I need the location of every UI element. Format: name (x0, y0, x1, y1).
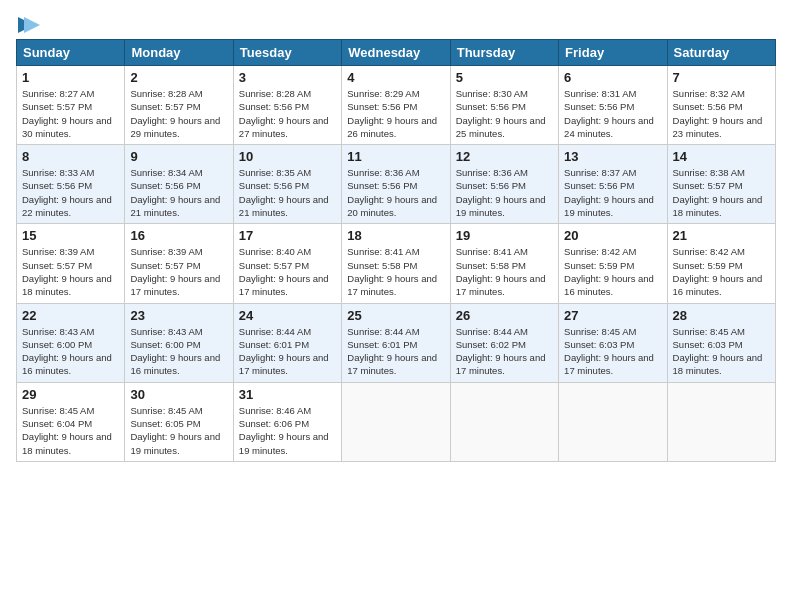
day-detail: Sunrise: 8:44 AMSunset: 6:01 PMDaylight:… (347, 326, 437, 377)
logo (16, 16, 40, 33)
calendar-cell: 2Sunrise: 8:28 AMSunset: 5:57 PMDaylight… (125, 66, 233, 145)
calendar-week-row: 22Sunrise: 8:43 AMSunset: 6:00 PMDayligh… (17, 303, 776, 382)
day-number: 16 (130, 228, 227, 243)
day-detail: Sunrise: 8:45 AMSunset: 6:03 PMDaylight:… (673, 326, 763, 377)
day-detail: Sunrise: 8:37 AMSunset: 5:56 PMDaylight:… (564, 167, 654, 218)
calendar-cell: 21Sunrise: 8:42 AMSunset: 5:59 PMDayligh… (667, 224, 775, 303)
calendar-cell: 5Sunrise: 8:30 AMSunset: 5:56 PMDaylight… (450, 66, 558, 145)
calendar-table: SundayMondayTuesdayWednesdayThursdayFrid… (16, 39, 776, 462)
calendar-cell: 3Sunrise: 8:28 AMSunset: 5:56 PMDaylight… (233, 66, 341, 145)
day-number: 11 (347, 149, 444, 164)
day-number: 13 (564, 149, 661, 164)
day-number: 18 (347, 228, 444, 243)
day-number: 20 (564, 228, 661, 243)
day-number: 5 (456, 70, 553, 85)
calendar-cell: 28Sunrise: 8:45 AMSunset: 6:03 PMDayligh… (667, 303, 775, 382)
calendar-cell: 10Sunrise: 8:35 AMSunset: 5:56 PMDayligh… (233, 145, 341, 224)
day-detail: Sunrise: 8:45 AMSunset: 6:05 PMDaylight:… (130, 405, 220, 456)
day-number: 9 (130, 149, 227, 164)
weekday-header-thursday: Thursday (450, 40, 558, 66)
day-number: 28 (673, 308, 770, 323)
day-detail: Sunrise: 8:40 AMSunset: 5:57 PMDaylight:… (239, 246, 329, 297)
day-detail: Sunrise: 8:28 AMSunset: 5:57 PMDaylight:… (130, 88, 220, 139)
weekday-header-monday: Monday (125, 40, 233, 66)
calendar-week-row: 1Sunrise: 8:27 AMSunset: 5:57 PMDaylight… (17, 66, 776, 145)
day-detail: Sunrise: 8:41 AMSunset: 5:58 PMDaylight:… (456, 246, 546, 297)
day-number: 10 (239, 149, 336, 164)
day-detail: Sunrise: 8:42 AMSunset: 5:59 PMDaylight:… (564, 246, 654, 297)
calendar-cell: 19Sunrise: 8:41 AMSunset: 5:58 PMDayligh… (450, 224, 558, 303)
logo-icon (18, 17, 40, 33)
day-number: 23 (130, 308, 227, 323)
day-detail: Sunrise: 8:42 AMSunset: 5:59 PMDaylight:… (673, 246, 763, 297)
day-detail: Sunrise: 8:44 AMSunset: 6:02 PMDaylight:… (456, 326, 546, 377)
day-detail: Sunrise: 8:45 AMSunset: 6:03 PMDaylight:… (564, 326, 654, 377)
day-number: 27 (564, 308, 661, 323)
calendar-cell: 1Sunrise: 8:27 AMSunset: 5:57 PMDaylight… (17, 66, 125, 145)
calendar-cell: 8Sunrise: 8:33 AMSunset: 5:56 PMDaylight… (17, 145, 125, 224)
day-detail: Sunrise: 8:34 AMSunset: 5:56 PMDaylight:… (130, 167, 220, 218)
day-number: 14 (673, 149, 770, 164)
day-detail: Sunrise: 8:43 AMSunset: 6:00 PMDaylight:… (130, 326, 220, 377)
calendar-cell: 29Sunrise: 8:45 AMSunset: 6:04 PMDayligh… (17, 382, 125, 461)
day-number: 15 (22, 228, 119, 243)
day-number: 31 (239, 387, 336, 402)
calendar-cell (667, 382, 775, 461)
page-container: SundayMondayTuesdayWednesdayThursdayFrid… (16, 16, 776, 462)
calendar-cell: 12Sunrise: 8:36 AMSunset: 5:56 PMDayligh… (450, 145, 558, 224)
calendar-cell: 27Sunrise: 8:45 AMSunset: 6:03 PMDayligh… (559, 303, 667, 382)
calendar-cell: 24Sunrise: 8:44 AMSunset: 6:01 PMDayligh… (233, 303, 341, 382)
weekday-header-sunday: Sunday (17, 40, 125, 66)
weekday-header-row: SundayMondayTuesdayWednesdayThursdayFrid… (17, 40, 776, 66)
calendar-cell: 7Sunrise: 8:32 AMSunset: 5:56 PMDaylight… (667, 66, 775, 145)
day-number: 7 (673, 70, 770, 85)
day-number: 25 (347, 308, 444, 323)
calendar-cell: 25Sunrise: 8:44 AMSunset: 6:01 PMDayligh… (342, 303, 450, 382)
day-detail: Sunrise: 8:36 AMSunset: 5:56 PMDaylight:… (456, 167, 546, 218)
day-number: 2 (130, 70, 227, 85)
calendar-week-row: 29Sunrise: 8:45 AMSunset: 6:04 PMDayligh… (17, 382, 776, 461)
day-detail: Sunrise: 8:32 AMSunset: 5:56 PMDaylight:… (673, 88, 763, 139)
calendar-cell: 22Sunrise: 8:43 AMSunset: 6:00 PMDayligh… (17, 303, 125, 382)
day-detail: Sunrise: 8:39 AMSunset: 5:57 PMDaylight:… (130, 246, 220, 297)
day-number: 24 (239, 308, 336, 323)
day-detail: Sunrise: 8:46 AMSunset: 6:06 PMDaylight:… (239, 405, 329, 456)
day-number: 22 (22, 308, 119, 323)
day-number: 30 (130, 387, 227, 402)
calendar-cell: 15Sunrise: 8:39 AMSunset: 5:57 PMDayligh… (17, 224, 125, 303)
calendar-cell (450, 382, 558, 461)
day-number: 1 (22, 70, 119, 85)
day-number: 6 (564, 70, 661, 85)
day-number: 12 (456, 149, 553, 164)
day-detail: Sunrise: 8:41 AMSunset: 5:58 PMDaylight:… (347, 246, 437, 297)
day-detail: Sunrise: 8:45 AMSunset: 6:04 PMDaylight:… (22, 405, 112, 456)
day-detail: Sunrise: 8:29 AMSunset: 5:56 PMDaylight:… (347, 88, 437, 139)
calendar-cell: 20Sunrise: 8:42 AMSunset: 5:59 PMDayligh… (559, 224, 667, 303)
weekday-header-wednesday: Wednesday (342, 40, 450, 66)
day-number: 17 (239, 228, 336, 243)
day-detail: Sunrise: 8:28 AMSunset: 5:56 PMDaylight:… (239, 88, 329, 139)
day-number: 4 (347, 70, 444, 85)
calendar-cell: 11Sunrise: 8:36 AMSunset: 5:56 PMDayligh… (342, 145, 450, 224)
weekday-header-friday: Friday (559, 40, 667, 66)
calendar-cell: 13Sunrise: 8:37 AMSunset: 5:56 PMDayligh… (559, 145, 667, 224)
calendar-cell: 31Sunrise: 8:46 AMSunset: 6:06 PMDayligh… (233, 382, 341, 461)
day-detail: Sunrise: 8:33 AMSunset: 5:56 PMDaylight:… (22, 167, 112, 218)
day-detail: Sunrise: 8:39 AMSunset: 5:57 PMDaylight:… (22, 246, 112, 297)
day-detail: Sunrise: 8:44 AMSunset: 6:01 PMDaylight:… (239, 326, 329, 377)
weekday-header-tuesday: Tuesday (233, 40, 341, 66)
calendar-cell: 16Sunrise: 8:39 AMSunset: 5:57 PMDayligh… (125, 224, 233, 303)
calendar-week-row: 8Sunrise: 8:33 AMSunset: 5:56 PMDaylight… (17, 145, 776, 224)
calendar-cell: 23Sunrise: 8:43 AMSunset: 6:00 PMDayligh… (125, 303, 233, 382)
day-number: 19 (456, 228, 553, 243)
day-detail: Sunrise: 8:36 AMSunset: 5:56 PMDaylight:… (347, 167, 437, 218)
calendar-cell (559, 382, 667, 461)
calendar-cell: 14Sunrise: 8:38 AMSunset: 5:57 PMDayligh… (667, 145, 775, 224)
calendar-cell: 4Sunrise: 8:29 AMSunset: 5:56 PMDaylight… (342, 66, 450, 145)
calendar-cell: 6Sunrise: 8:31 AMSunset: 5:56 PMDaylight… (559, 66, 667, 145)
svg-marker-1 (24, 17, 40, 33)
calendar-cell: 30Sunrise: 8:45 AMSunset: 6:05 PMDayligh… (125, 382, 233, 461)
calendar-cell (342, 382, 450, 461)
calendar-cell: 17Sunrise: 8:40 AMSunset: 5:57 PMDayligh… (233, 224, 341, 303)
day-number: 29 (22, 387, 119, 402)
